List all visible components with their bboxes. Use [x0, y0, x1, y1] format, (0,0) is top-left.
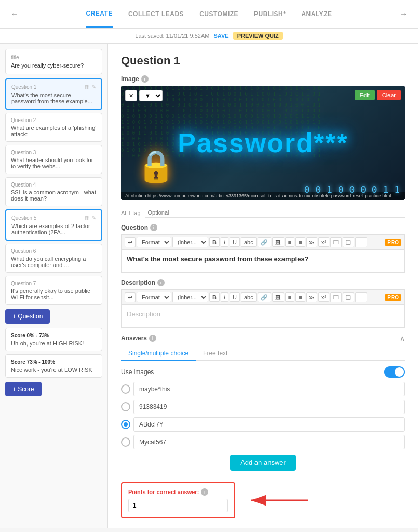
- desc-link-button[interactable]: 🔗: [258, 292, 271, 302]
- nav-item-collect-leads[interactable]: COLLECT LEADS: [128, 1, 184, 27]
- question-list-ol-button[interactable]: ≡: [295, 237, 305, 247]
- desc-bold-button[interactable]: B: [209, 292, 220, 302]
- answer-radio-2[interactable]: [121, 402, 130, 411]
- desc-format-select[interactable]: Format: [137, 292, 171, 302]
- question-more-button[interactable]: ⋯: [355, 237, 367, 247]
- page-title: Question 1: [121, 54, 405, 68]
- description-editor-content[interactable]: Description: [121, 304, 405, 328]
- image-placeholder: 1 1 0 1 0 0 0 1 0 1 1 0 1 0 1 0 0 1 1 0 …: [121, 86, 405, 200]
- nav-item-analyze[interactable]: ANALYZE: [301, 1, 332, 27]
- nav-back-arrow[interactable]: ←: [10, 9, 19, 19]
- sidebar-question-5[interactable]: Question 5 ≡ 🗑 ✎ Which are examples of 2…: [5, 209, 102, 241]
- alt-tag-input[interactable]: [145, 208, 405, 218]
- desc-list-ul-button[interactable]: ≡: [285, 292, 294, 302]
- question-inherit-select[interactable]: (inher...: [172, 237, 208, 247]
- desc-underline-button[interactable]: U: [230, 292, 240, 302]
- image-actions: Edit Clear: [355, 90, 401, 100]
- nav-forward-arrow[interactable]: →: [399, 9, 408, 19]
- desc-undo-button[interactable]: ↩: [125, 292, 136, 302]
- sidebar-question-4[interactable]: Question 4 SSL is a common acronym - wha…: [5, 177, 102, 206]
- desc-sub-button[interactable]: x₂: [306, 292, 318, 302]
- answer-input-4[interactable]: [133, 435, 405, 449]
- points-section: Points for correct answer: i: [121, 482, 235, 518]
- description-section-label: Description i: [121, 279, 405, 286]
- question-undo-button[interactable]: ↩: [125, 237, 136, 247]
- answer-radio-1[interactable]: [121, 384, 130, 394]
- question-paste-button[interactable]: ❑: [343, 237, 354, 247]
- question-underline-button[interactable]: U: [230, 237, 240, 247]
- preview-quiz-button[interactable]: PREVIEW QUIZ: [233, 32, 283, 40]
- desc-copy-button[interactable]: ❐: [330, 292, 342, 302]
- image-section-label: Image i: [121, 75, 405, 83]
- answer-input-3[interactable]: [133, 417, 405, 432]
- sidebar: title Are you really cyber-secure? Quest…: [0, 44, 108, 528]
- description-info-icon[interactable]: i: [157, 279, 165, 286]
- desc-image-button[interactable]: 🖼: [272, 292, 284, 302]
- sidebar-score-1: Score 0% - 73% Uh-oh, you're at HIGH RIS…: [5, 328, 102, 351]
- answer-row-4: [121, 435, 405, 449]
- answer-radio-3[interactable]: [121, 420, 130, 429]
- points-input[interactable]: [128, 499, 228, 512]
- points-info-icon[interactable]: i: [201, 488, 208, 496]
- points-label: Points for correct answer: i: [128, 488, 228, 496]
- sidebar-question-1[interactable]: Question 1 ≡ 🗑 ✎ What's the most secure …: [5, 78, 102, 110]
- answer-row-3: [121, 417, 405, 432]
- desc-abc-button[interactable]: abc: [241, 292, 257, 302]
- desc-list-ol-button[interactable]: ≡: [295, 292, 305, 302]
- question-italic-button[interactable]: I: [221, 237, 228, 247]
- question-sub-button[interactable]: x₂: [306, 237, 318, 247]
- sidebar-question-3[interactable]: Question 3 What header should you look f…: [5, 145, 102, 174]
- desc-italic-button[interactable]: I: [221, 292, 228, 302]
- question-bold-button[interactable]: B: [209, 237, 220, 247]
- question-copy-button[interactable]: ❐: [330, 237, 342, 247]
- desc-paste-button[interactable]: ❑: [343, 292, 354, 302]
- arrow-indicator: [246, 490, 308, 511]
- sidebar-q3-title: Question 3: [11, 150, 97, 155]
- nav-item-customize[interactable]: CUSTOMIZE: [199, 1, 238, 27]
- question-sup-button[interactable]: x²: [318, 237, 329, 247]
- question-image-button[interactable]: 🖼: [272, 237, 284, 247]
- add-answer-button[interactable]: Add an answer: [230, 455, 296, 471]
- alt-tag-row: ALT tag: [121, 208, 405, 218]
- sidebar-question-6[interactable]: Question 6 What do you call encrypting a…: [5, 244, 102, 273]
- sidebar-question-2[interactable]: Question 2 What are examples of a 'phish…: [5, 113, 102, 142]
- binary-text: 0 0 1 0 0 0 0 1 1: [304, 184, 400, 195]
- question-section-label: Question i: [121, 224, 405, 231]
- question-list-ul-button[interactable]: ≡: [285, 237, 294, 247]
- sidebar-q7-text: It's generally okay to use public Wi-Fi …: [11, 288, 97, 300]
- tab-free-text[interactable]: Free text: [196, 347, 235, 361]
- add-question-button[interactable]: + Question: [5, 309, 50, 324]
- answer-input-2[interactable]: [133, 400, 405, 414]
- image-style-select[interactable]: ▼: [139, 90, 163, 101]
- use-images-toggle[interactable]: [384, 366, 405, 378]
- desc-sup-button[interactable]: x²: [318, 292, 329, 302]
- image-info-icon[interactable]: i: [141, 75, 149, 83]
- nav-item-create[interactable]: CREATE: [86, 1, 113, 28]
- question-info-icon[interactable]: i: [150, 224, 157, 231]
- image-clear-button[interactable]: Clear: [377, 90, 401, 100]
- question-link-button[interactable]: 🔗: [258, 237, 271, 247]
- desc-inherit-select[interactable]: (inher...: [172, 292, 208, 302]
- question-format-select[interactable]: Format: [137, 237, 171, 247]
- answers-collapse-button[interactable]: ∧: [400, 334, 405, 342]
- desc-more-button[interactable]: ⋯: [355, 292, 367, 302]
- image-cross-button[interactable]: ✕: [125, 90, 137, 101]
- sidebar-q4-title: Question 4: [11, 182, 97, 188]
- answers-info-icon[interactable]: i: [149, 335, 156, 342]
- answer-row-2: [121, 400, 405, 414]
- sidebar-q2-text: What are examples of a 'phishing' attack…: [11, 125, 97, 137]
- answer-radio-4[interactable]: [121, 437, 130, 447]
- image-container: 1 1 0 1 0 0 0 1 0 1 1 0 1 0 1 0 0 1 1 0 …: [121, 86, 405, 200]
- answer-input-1[interactable]: [133, 382, 405, 396]
- add-score-button[interactable]: + Score: [5, 382, 42, 396]
- nav-item-publish[interactable]: PUBLISH*: [254, 1, 286, 27]
- question-abc-button[interactable]: abc: [241, 237, 257, 247]
- sidebar-question-7[interactable]: Question 7 It's generally okay to use pu…: [5, 276, 102, 305]
- sidebar-q4-text: SSL is a common acronym - what does it m…: [11, 189, 97, 202]
- sidebar-score1-range: Score 0% - 73%: [11, 332, 97, 338]
- save-button[interactable]: SAVE: [213, 33, 228, 39]
- question-editor-content[interactable]: What's the most secure password from the…: [121, 249, 405, 273]
- password-display-text: Password***: [178, 127, 348, 158]
- image-edit-button[interactable]: Edit: [355, 90, 375, 100]
- tab-single-multiple-choice[interactable]: Single/multiple choice: [121, 347, 196, 361]
